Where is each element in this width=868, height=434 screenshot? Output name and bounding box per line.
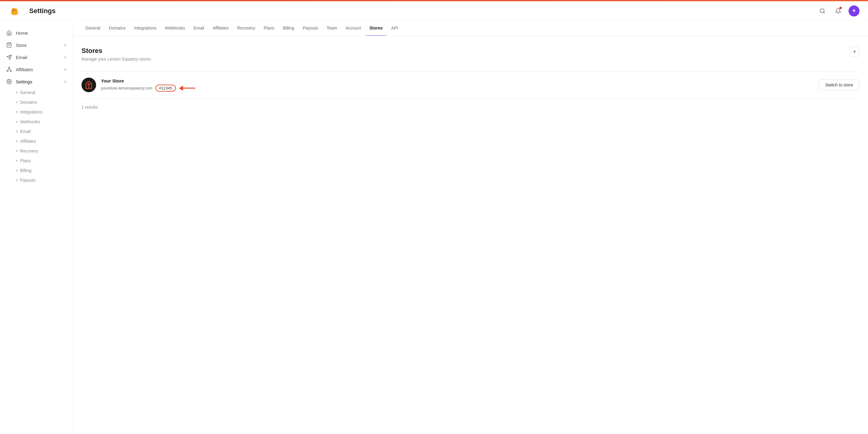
sub-dot-webhooks	[16, 121, 18, 123]
store-chevron-icon: ∨	[64, 43, 67, 47]
sidebar-subitem-label-recovery: Recovery	[20, 148, 38, 153]
sub-dot-domains	[16, 102, 18, 103]
sidebar-item-email[interactable]: Email ∨	[0, 51, 73, 63]
tab-billing[interactable]: Billing	[279, 21, 298, 36]
sidebar-label-home: Home	[16, 30, 67, 36]
email-chevron-icon: ∨	[64, 55, 67, 59]
svg-point-7	[8, 67, 10, 69]
sidebar-subitem-label-plans: Plans	[20, 158, 31, 163]
sidebar-subitem-billing[interactable]: Billing	[16, 166, 73, 175]
svg-line-3	[824, 12, 825, 13]
settings-subitems: General Domains Integrations Webhooks Em…	[0, 88, 73, 185]
sidebar-label-store: Store	[16, 42, 60, 48]
svg-point-1	[15, 9, 16, 10]
results-count: 1 results	[82, 105, 860, 110]
store-list: Your Store yourstore.lemonsqueezy.com #1…	[82, 71, 860, 98]
arrow-line	[183, 88, 195, 89]
notification-badge	[839, 7, 842, 9]
store-info: Your Store yourstore.lemonsqueezy.com #1…	[101, 78, 814, 92]
tab-email[interactable]: Email	[190, 21, 208, 36]
tab-stores[interactable]: Stores	[366, 21, 386, 36]
svg-point-8	[7, 70, 8, 72]
sub-dot-integrations	[16, 111, 18, 113]
tab-domains[interactable]: Domains	[105, 21, 129, 36]
sidebar-subitem-label-general: General	[20, 90, 35, 95]
sidebar-subitem-email[interactable]: Email	[16, 126, 73, 136]
tab-integrations[interactable]: Integrations	[130, 21, 160, 36]
switch-to-store-button[interactable]: Switch to store	[819, 80, 860, 90]
sidebar-item-affiliates[interactable]: Affiliates ∨	[0, 63, 73, 76]
store-id-badge: #12345	[155, 85, 176, 92]
avatar-icon: +	[852, 7, 856, 14]
content-title-group: Stores Manage your Lemon Squeezy stores	[82, 47, 151, 61]
store-url-row: yourstore.lemonsqueezy.com #12345	[101, 85, 814, 92]
tab-payouts[interactable]: Payouts	[299, 21, 322, 36]
store-name: Your Store	[101, 78, 814, 83]
sidebar-subitem-label-email: Email	[20, 129, 31, 134]
svg-point-2	[820, 8, 824, 12]
header-actions: +	[817, 5, 860, 17]
settings-chevron-icon: ∧	[64, 80, 67, 84]
sidebar-subitem-label-billing: Billing	[20, 168, 31, 173]
content: Stores Manage your Lemon Squeezy stores …	[73, 36, 868, 120]
tab-general[interactable]: General	[82, 21, 104, 36]
page-title: Settings	[29, 7, 817, 15]
sidebar-subitem-webhooks[interactable]: Webhooks	[16, 117, 73, 126]
logo[interactable]	[8, 5, 20, 17]
tab-recovery[interactable]: Recovery	[234, 21, 259, 36]
settings-icon	[6, 79, 12, 85]
sub-dot-plans	[16, 160, 18, 162]
store-avatar	[82, 78, 96, 92]
email-icon	[6, 54, 12, 60]
sidebar-item-settings[interactable]: Settings ∧	[0, 76, 73, 88]
svg-point-0	[12, 9, 14, 11]
sidebar-subitem-domains[interactable]: Domains	[16, 97, 73, 107]
sidebar-subitem-label-integrations: Integrations	[20, 110, 42, 114]
sidebar-item-home[interactable]: Home	[0, 27, 73, 39]
sidebar-item-store[interactable]: Store ∨	[0, 39, 73, 51]
main: General Domains Integrations Webhooks Em…	[73, 21, 868, 434]
sidebar-subitem-label-webhooks: Webhooks	[20, 119, 40, 124]
tab-affiliates[interactable]: Affiliates	[209, 21, 232, 36]
sidebar-label-settings: Settings	[16, 79, 60, 84]
sub-dot-payouts	[16, 179, 18, 181]
tab-api[interactable]: API	[388, 21, 402, 36]
sidebar-subitem-label-affiliates: Affiliates	[20, 139, 36, 144]
content-title: Stores	[82, 47, 151, 55]
sidebar-label-affiliates: Affiliates	[16, 67, 60, 72]
sub-dot-affiliates	[16, 140, 18, 142]
sidebar-subitem-plans[interactable]: Plans	[16, 156, 73, 166]
svg-point-12	[8, 81, 10, 83]
svg-line-10	[8, 68, 9, 70]
add-store-button[interactable]: +	[850, 47, 860, 57]
sub-dot-general	[16, 92, 18, 93]
sidebar-subitem-integrations[interactable]: Integrations	[16, 107, 73, 117]
arrow-indicator	[179, 86, 195, 91]
search-button[interactable]	[817, 5, 828, 17]
sidebar-subitem-payouts[interactable]: Payouts	[16, 175, 73, 185]
affiliates-chevron-icon: ∨	[64, 67, 67, 71]
sidebar: Home Store ∨ Email ∨	[0, 21, 73, 434]
sub-dot-email	[16, 131, 18, 133]
tab-webhooks[interactable]: Webhooks	[161, 21, 189, 36]
header: Settings +	[0, 1, 868, 21]
tab-account[interactable]: Account	[342, 21, 365, 36]
sidebar-subitem-recovery[interactable]: Recovery	[16, 146, 73, 156]
arrow-head-icon	[179, 86, 183, 91]
notifications-button[interactable]	[833, 5, 844, 17]
store-icon	[6, 42, 12, 48]
table-row: Your Store yourstore.lemonsqueezy.com #1…	[82, 71, 860, 98]
svg-point-9	[10, 70, 11, 72]
tab-team[interactable]: Team	[323, 21, 341, 36]
store-url: yourstore.lemonsqueezy.com	[101, 86, 152, 90]
tab-plans[interactable]: Plans	[260, 21, 278, 36]
home-icon	[6, 30, 12, 36]
svg-line-11	[9, 68, 11, 70]
sidebar-label-email: Email	[16, 55, 60, 60]
sidebar-subitem-general[interactable]: General	[16, 88, 73, 97]
sidebar-subitem-label-domains: Domains	[20, 100, 37, 105]
layout: Home Store ∨ Email ∨	[0, 21, 868, 434]
sub-dot-recovery	[16, 150, 18, 152]
avatar[interactable]: +	[848, 5, 860, 17]
sidebar-subitem-affiliates[interactable]: Affiliates	[16, 136, 73, 146]
